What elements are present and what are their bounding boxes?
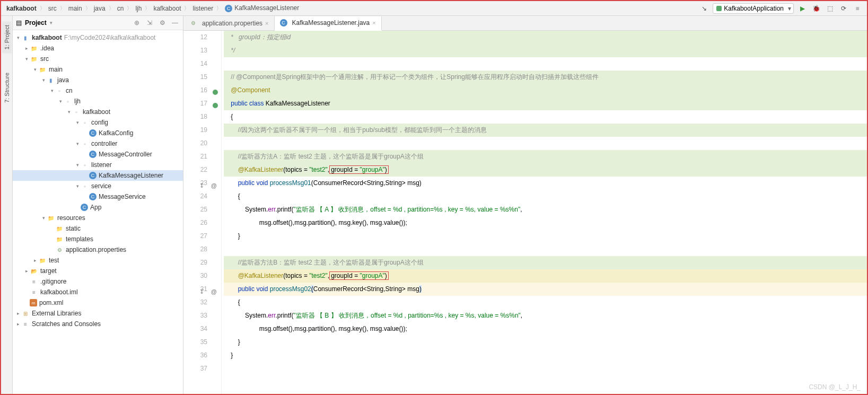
tree-item[interactable]: ▸≡Scratches and Consoles xyxy=(13,319,183,329)
code-line[interactable]: msg.offset(),msg.partition(), msg.key(),… xyxy=(224,216,867,230)
project-tree[interactable]: ▾▮kafkabootF:\myCode2024\kafka\kafkaboot… xyxy=(13,30,183,394)
side-tab-structure[interactable]: 7: Structure xyxy=(2,69,12,107)
code-line[interactable] xyxy=(224,57,867,71)
code-content[interactable]: * groupId：指定组id */ // @Component是Spring框… xyxy=(222,31,867,394)
breadcrumb-item[interactable]: ljh xyxy=(134,4,143,13)
tree-item[interactable]: CMessageService xyxy=(13,191,183,202)
breadcrumb-item[interactable]: listener xyxy=(191,4,214,13)
tree-item[interactable]: 📁static xyxy=(13,223,183,234)
tree-item[interactable]: ▾📁src xyxy=(13,54,183,64)
code-line[interactable] xyxy=(224,362,867,375)
tree-item[interactable]: ▸📁.idea xyxy=(13,43,183,54)
tree-item[interactable]: mpom.xml xyxy=(13,297,183,308)
editor-tab[interactable]: CKafkaMessageListener.java× xyxy=(275,16,382,31)
line-gutter: 121314151617181920212223↧@24252627282930… xyxy=(183,31,222,394)
breadcrumb-item[interactable]: kafkaboot xyxy=(152,4,182,13)
code-line[interactable]: } xyxy=(224,230,867,243)
tree-item[interactable]: CKafkaConfig xyxy=(13,128,183,138)
code-line[interactable]: public void processMsg01(ConsumerRecord<… xyxy=(224,177,867,190)
hide-icon[interactable]: — xyxy=(170,18,180,28)
pkg-icon: ▫ xyxy=(55,86,64,95)
locate-icon[interactable]: ⊕ xyxy=(132,18,142,28)
code-line[interactable] xyxy=(224,137,867,150)
tree-root[interactable]: ▾▮kafkabootF:\myCode2024\kafka\kafkaboot xyxy=(13,32,183,43)
breadcrumb-item[interactable]: src xyxy=(47,4,58,13)
lib-icon: ⊞ xyxy=(21,309,30,318)
pkg-icon: ▫ xyxy=(81,118,89,127)
prop-icon: ⚙ xyxy=(189,19,197,28)
breadcrumb-item[interactable]: main xyxy=(67,4,83,13)
close-icon[interactable]: × xyxy=(265,20,268,27)
code-line[interactable]: public class KafkaMessageListener xyxy=(224,97,867,110)
spring-bean-icon[interactable] xyxy=(213,103,218,108)
debug-icon[interactable]: 🐞 xyxy=(811,3,821,14)
tree-item[interactable]: CApp xyxy=(13,202,183,213)
tree-item[interactable]: ▾▮java xyxy=(13,75,183,85)
pkg-icon: ▫ xyxy=(81,182,89,190)
code-editor[interactable]: 121314151617181920212223↧@24252627282930… xyxy=(183,31,867,394)
code-line[interactable]: { xyxy=(224,110,867,124)
build-icon[interactable]: ↘ xyxy=(699,3,709,14)
tree-item[interactable]: ≡.gitignore xyxy=(13,276,183,287)
folder-o-icon: 📂 xyxy=(30,267,38,275)
tree-item[interactable]: ▾▫ljh xyxy=(13,96,183,107)
side-tab-project[interactable]: 1: Project xyxy=(2,21,12,53)
code-line[interactable]: { xyxy=(224,296,867,309)
code-line[interactable]: } xyxy=(224,336,867,349)
tree-item[interactable]: ≡kafkaboot.iml xyxy=(13,287,183,297)
tree-item[interactable]: ▾📁resources xyxy=(13,213,183,223)
spring-bean-icon[interactable] xyxy=(213,90,218,95)
close-icon[interactable]: × xyxy=(372,20,375,26)
code-line[interactable]: //监听器方法A：监听 test2 主题，这个监听器是属于groupA这个组 xyxy=(224,150,867,163)
expand-icon[interactable]: ⇲ xyxy=(145,18,154,28)
code-line[interactable]: } xyxy=(224,349,867,362)
code-line[interactable]: public void processMsg02(ConsumerRecord<… xyxy=(224,283,867,296)
top-toolbar: kafkaboot〉src〉main〉java〉cn〉ljh〉kafkaboot… xyxy=(1,1,867,16)
tree-item[interactable]: ▾▫kafkaboot xyxy=(13,107,183,117)
breadcrumb-item[interactable]: CKafkaMessageListener xyxy=(224,4,300,13)
tree-item[interactable]: ▾📁main xyxy=(13,64,183,75)
breadcrumb-item[interactable]: java xyxy=(93,4,107,13)
tree-item[interactable]: ▾▫config xyxy=(13,117,183,128)
code-line[interactable]: */ xyxy=(224,44,867,57)
tree-item[interactable]: CKafkaMessageListener xyxy=(13,170,183,181)
code-line[interactable]: @KafkaListener(topics = "test2",groupId … xyxy=(224,269,867,283)
file-icon: ≡ xyxy=(30,277,38,286)
run-icon[interactable]: ▶ xyxy=(797,3,808,14)
editor-tab[interactable]: ⚙application.properties× xyxy=(183,16,275,30)
code-line[interactable]: // @Component是Spring框架中的一个通用注解，用于标记一个类为组… xyxy=(224,71,867,84)
tree-item[interactable]: ▾▫listener xyxy=(13,160,183,170)
code-line[interactable]: System.err.printf("监听器 【 A 】 收到消息，offset… xyxy=(224,203,867,216)
tree-item[interactable]: 📁templates xyxy=(13,234,183,244)
tree-item[interactable]: ▸⊞External Libraries xyxy=(13,308,183,319)
code-line[interactable]: @Component xyxy=(224,84,867,97)
code-line[interactable]: { xyxy=(224,190,867,203)
profile-icon[interactable]: ⟳ xyxy=(838,3,849,14)
sidebar-title[interactable]: Project xyxy=(25,19,129,27)
breadcrumb-item[interactable]: cn xyxy=(116,4,125,13)
code-line[interactable]: //因为这两个监听器不属于同一个组，相当于pub/sub模型，都能监听到同一个主… xyxy=(224,124,867,137)
settings-icon[interactable]: ⚙ xyxy=(157,18,167,28)
module-icon: ▮ xyxy=(21,33,30,42)
pkg-icon: ▫ xyxy=(81,139,89,148)
tree-item[interactable]: ▾▫service xyxy=(13,181,183,191)
tree-item[interactable]: ▸📂target xyxy=(13,266,183,276)
run-config-selector[interactable]: KafkabootApplication xyxy=(713,3,794,14)
code-line[interactable] xyxy=(224,243,867,256)
stop-icon[interactable]: ■ xyxy=(852,3,863,14)
code-line[interactable]: System.err.printf("监听器 【 B 】 收到消息，offset… xyxy=(224,309,867,322)
tree-item[interactable]: ⚙application.properties xyxy=(13,244,183,255)
java-icon: C xyxy=(89,151,97,158)
tree-item[interactable]: ▾▫controller xyxy=(13,138,183,149)
coverage-icon[interactable]: ⬚ xyxy=(825,3,835,14)
project-sidebar: ▤ Project ⊕ ⇲ ⚙ — ▾▮kafkabootF:\myCode20… xyxy=(13,16,183,394)
tree-item[interactable]: ▾▫cn xyxy=(13,85,183,96)
tree-item[interactable]: CMessageController xyxy=(13,149,183,160)
code-line[interactable]: @KafkaListener(topics = "test2",groupId … xyxy=(224,163,867,177)
code-line[interactable]: * groupId：指定组id xyxy=(224,31,867,44)
breadcrumb-item[interactable]: kafkaboot xyxy=(5,4,38,13)
tree-item[interactable]: ▸📁test xyxy=(13,255,183,266)
code-line[interactable]: //监听器方法B：监听 test2 主题，这个监听器是属于groupA这个组 xyxy=(224,256,867,269)
java-icon: C xyxy=(89,193,97,200)
code-line[interactable]: msg.offset(),msg.partition(), msg.key(),… xyxy=(224,322,867,336)
